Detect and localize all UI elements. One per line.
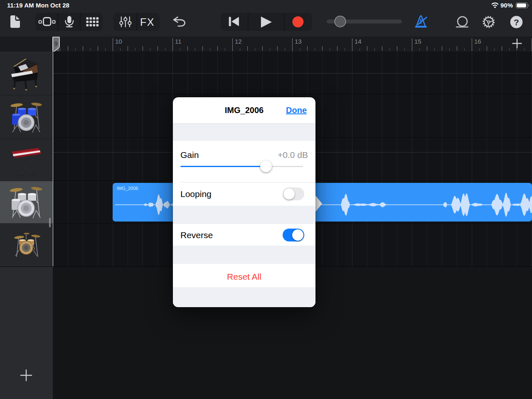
svg-text:?: ? [514, 17, 519, 27]
svg-text:8: 8 [57, 46, 59, 52]
svg-text:FX: FX [140, 16, 155, 28]
